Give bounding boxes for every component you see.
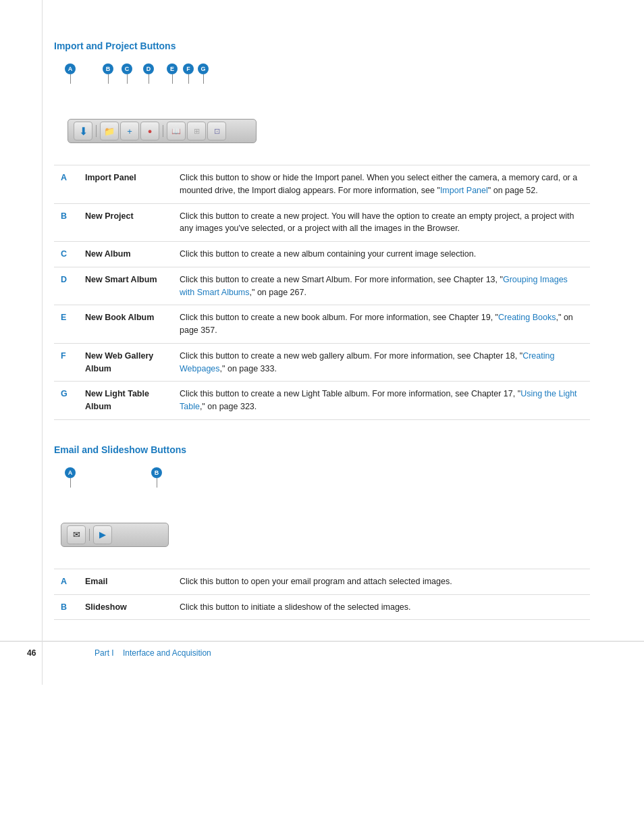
- new-project-button[interactable]: 📁: [100, 122, 119, 140]
- new-smart-album-button[interactable]: ●: [140, 122, 159, 140]
- footer-part: Part I: [95, 648, 114, 658]
- page-number: 46: [27, 648, 68, 658]
- smart-albums-link: Grouping Images with Smart Albums: [180, 275, 568, 297]
- label-a-circle: A: [65, 63, 76, 74]
- new-project-desc: Click this button to create a new projec…: [173, 203, 590, 242]
- table-row: E New Book Album Click this button to cr…: [54, 305, 590, 344]
- table-row: G New Light Table Album Click this butto…: [54, 382, 590, 420]
- label-f-circle: F: [183, 63, 194, 74]
- slideshow-name: Slideshow: [78, 594, 173, 620]
- creating-books-link: Creating Books: [498, 313, 556, 322]
- table-row: A Email Click this button to open your e…: [54, 569, 590, 594]
- new-light-table-desc: Click this button to create a new Light …: [173, 382, 590, 420]
- letter-d: D: [54, 267, 78, 305]
- new-album-desc: Click this button to create a new album …: [173, 242, 590, 267]
- separator: [163, 125, 163, 137]
- page-footer: 46 Part I Interface and Acquisition: [0, 641, 644, 658]
- letter-f: F: [54, 343, 78, 382]
- slideshow-desc: Click this button to initiate a slidesho…: [173, 594, 590, 620]
- email-description-table: A Email Click this button to open your e…: [54, 569, 590, 621]
- import-description-table: A Import Panel Click this button to show…: [54, 165, 590, 420]
- separator: [89, 529, 90, 541]
- import-panel-name: Import Panel: [78, 165, 173, 204]
- label-e-circle: E: [167, 63, 178, 74]
- table-row: C New Album Click this button to create …: [54, 242, 590, 267]
- letter-b: B: [54, 203, 78, 242]
- new-web-gallery-desc: Click this button to create a new web ga…: [173, 343, 590, 382]
- table-row: F New Web Gallery Album Click this butto…: [54, 343, 590, 382]
- email-toolbar-diagram: A B ✉ ▶: [54, 467, 590, 547]
- new-web-gallery-name: New Web Gallery Album: [78, 343, 173, 382]
- email-section: Email and Slideshow Buttons A B: [54, 444, 590, 621]
- new-project-name: New Project: [78, 203, 173, 242]
- email-toolbar-strip: ✉ ▶: [61, 523, 169, 547]
- import-toolbar-strip: ⬇ 📁 + ● 📖 ⊞ ⊡: [68, 119, 257, 143]
- new-light-table-name: New Light Table Album: [78, 382, 173, 420]
- import-section: Import and Project Buttons A B C: [54, 41, 590, 420]
- new-smart-album-name: New Smart Album: [78, 267, 173, 305]
- email-name: Email: [78, 569, 173, 594]
- email-letter-b: B: [54, 594, 78, 620]
- new-smart-album-desc: Click this button to create a new Smart …: [173, 267, 590, 305]
- footer-text: Part I Interface and Acquisition: [95, 648, 211, 658]
- footer-section: Interface and Acquisition: [123, 648, 211, 658]
- slideshow-button[interactable]: ▶: [93, 525, 112, 544]
- using-light-table-link: Using the Light Table: [180, 389, 577, 411]
- new-web-gallery-button[interactable]: ⊞: [187, 122, 206, 140]
- label-b-circle: B: [103, 63, 113, 74]
- import-panel-link: Import Panel: [440, 186, 488, 195]
- email-label-b-circle: B: [151, 467, 162, 478]
- import-toolbar-diagram: A B C D: [54, 63, 590, 143]
- import-panel-desc: Click this button to show or hide the Im…: [173, 165, 590, 204]
- new-book-album-name: New Book Album: [78, 305, 173, 344]
- letter-a: A: [54, 165, 78, 204]
- email-section-title: Email and Slideshow Buttons: [54, 444, 590, 455]
- separator: [96, 125, 97, 137]
- letter-g: G: [54, 382, 78, 420]
- new-album-name: New Album: [78, 242, 173, 267]
- table-row: B New Project Click this button to creat…: [54, 203, 590, 242]
- new-book-album-button[interactable]: 📖: [167, 122, 186, 140]
- email-letter-a: A: [54, 569, 78, 594]
- email-label-a-circle: A: [65, 467, 76, 478]
- letter-e: E: [54, 305, 78, 344]
- import-panel-button[interactable]: ⬇: [74, 122, 92, 140]
- label-c-circle: C: [122, 63, 132, 74]
- new-book-album-desc: Click this button to create a new book a…: [173, 305, 590, 344]
- label-g-circle: G: [198, 63, 209, 74]
- email-desc: Click this button to open your email pro…: [173, 569, 590, 594]
- letter-c: C: [54, 242, 78, 267]
- email-button[interactable]: ✉: [67, 525, 86, 544]
- new-light-table-button[interactable]: ⊡: [207, 122, 226, 140]
- table-row: D New Smart Album Click this button to c…: [54, 267, 590, 305]
- page-content: Import and Project Buttons A B C: [0, 0, 644, 685]
- table-row: B Slideshow Click this button to initiat…: [54, 594, 590, 620]
- import-section-title: Import and Project Buttons: [54, 41, 590, 51]
- table-row: A Import Panel Click this button to show…: [54, 165, 590, 204]
- left-rule: [42, 0, 43, 685]
- new-album-button[interactable]: +: [120, 122, 139, 140]
- creating-webpages-link: Creating Webpages: [180, 351, 554, 373]
- label-d-circle: D: [143, 63, 154, 74]
